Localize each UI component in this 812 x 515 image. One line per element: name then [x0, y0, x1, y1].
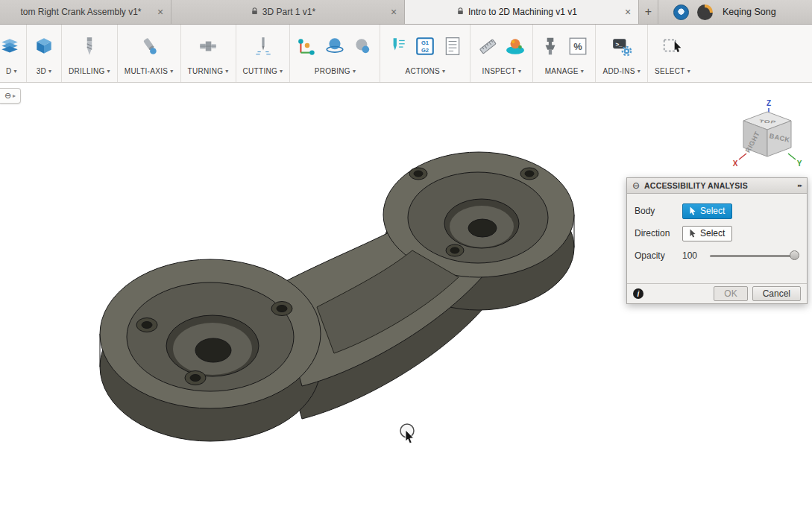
generate-toolpath-icon[interactable] [387, 36, 408, 57]
ok-button[interactable]: OK [714, 286, 747, 301]
turning-icon[interactable] [198, 36, 218, 57]
drilling-icon[interactable] [79, 36, 100, 57]
toolbar-group-manage[interactable]: % MANAGE▾ [533, 25, 596, 82]
setup-sheet-icon[interactable] [442, 36, 463, 57]
opacity-value[interactable]: 100 [682, 250, 710, 261]
group-label: 3D [37, 67, 46, 75]
toolbar-group-add-ins[interactable]: >_ ADD-INS▾ [596, 25, 648, 82]
chevron-down-icon: ▾ [225, 68, 228, 75]
collapse-icon: ⊖ [4, 91, 11, 101]
group-label: MULTI-AXIS [125, 67, 168, 75]
accessibility-analysis-dialog: ⊖ ACCESSIBILITY ANALYSIS ▸▸ Body Select … [626, 177, 808, 304]
axis-z-label: Z [767, 99, 771, 107]
toolbar-group-actions[interactable]: G1G2 ACTIONS▾ [380, 25, 470, 82]
group-label: MANAGE [545, 67, 579, 75]
axis-y-label: Y [797, 159, 802, 168]
accessibility-analysis-icon[interactable] [505, 36, 526, 57]
cancel-button[interactable]: Cancel [752, 286, 801, 301]
tab-right-crank-assembly[interactable]: tom Right Crank Assembly v1* × [0, 0, 171, 24]
svg-text:%: % [574, 41, 583, 52]
clock-icon[interactable] [697, 4, 713, 20]
body-select-button[interactable]: Select [682, 203, 732, 219]
cursor-icon [690, 206, 696, 215]
svg-text:G2: G2 [421, 47, 429, 54]
chevron-down-icon: ▾ [170, 68, 173, 75]
direction-select-button[interactable]: Select [682, 226, 732, 241]
multi-axis-icon[interactable] [139, 36, 160, 57]
close-icon[interactable]: × [388, 7, 399, 17]
dialog-body: Body Select Direction Select Opacity 100 [627, 194, 807, 283]
direction-label: Direction [635, 228, 682, 238]
toolbar-group-cutting[interactable]: CUTTING▾ [236, 25, 291, 82]
machining-time-icon[interactable]: % [567, 36, 588, 57]
chevron-down-icon: ▾ [280, 68, 283, 75]
toolbar-group-drilling[interactable]: DRILLING▾ [62, 25, 118, 82]
milling-2d-icon[interactable] [3, 36, 20, 57]
model-body[interactable] [100, 152, 574, 441]
dialog-footer: i OK Cancel [627, 283, 807, 303]
chevron-down-icon: ▾ [107, 68, 110, 75]
lock-icon [457, 7, 464, 17]
toolbar-group-inspect[interactable]: INSPECT▾ [470, 25, 533, 82]
tab-3d-part-1[interactable]: 3D Part 1 v1* × [171, 0, 405, 24]
body-row: Body Select [635, 200, 799, 222]
group-label: PROBING [315, 67, 350, 75]
select-icon[interactable] [662, 36, 683, 57]
group-label: CUTTING [243, 67, 278, 75]
group-label: DRILLING [69, 67, 105, 75]
info-icon[interactable]: i [633, 288, 643, 299]
svg-text:G1: G1 [421, 40, 429, 46]
scripts-add-ins-icon[interactable]: >_ [611, 36, 632, 57]
group-label: TURNING [188, 67, 224, 75]
tab-label: 3D Part 1 v1* [262, 7, 315, 17]
toolbar-group-3d[interactable]: 3D▾ [27, 25, 62, 82]
toolbar-group-select[interactable]: SELECT▾ [648, 25, 697, 82]
chevron-down-icon: ▾ [442, 68, 445, 75]
manufacture-toolbar: D▾ 3D▾ DRILLING▾ MULTI-AXIS▾ TURNING▾ CU… [0, 25, 812, 83]
tab-bar-right: Keqing Song [673, 0, 776, 24]
new-tab-button[interactable]: + [639, 0, 658, 24]
toolbar-group-turning[interactable]: TURNING▾ [181, 25, 236, 82]
toolbar-group-2d[interactable]: D▾ [0, 25, 27, 82]
tab-intro-to-2d-machining[interactable]: Intro to 2D Machining v1 v1 × [405, 0, 639, 24]
close-icon[interactable]: × [623, 7, 633, 17]
group-label: INSPECT [482, 67, 516, 75]
probe-geometry-icon[interactable] [324, 36, 345, 57]
chevron-down-icon: ▾ [353, 68, 356, 75]
status-circle-icon[interactable] [673, 4, 689, 20]
dialog-header[interactable]: ⊖ ACCESSIBILITY ANALYSIS ▸▸ [627, 178, 807, 194]
cutting-icon[interactable] [253, 36, 274, 57]
tool-library-icon[interactable] [540, 36, 561, 57]
browser-toggle-button[interactable]: ⊖ ▸ [0, 88, 21, 104]
probe-wcs-icon[interactable] [297, 36, 318, 57]
panel-collapse-icon[interactable]: ▸▸ [798, 183, 802, 189]
post-process-icon[interactable]: G1G2 [415, 36, 435, 57]
opacity-slider[interactable] [710, 250, 799, 261]
opacity-label: Opacity [635, 250, 682, 261]
group-label: D [6, 67, 12, 75]
chevron-down-icon: ▾ [581, 68, 584, 75]
tab-label: Intro to 2D Machining v1 v1 [468, 7, 577, 17]
chevron-down-icon: ▾ [687, 68, 690, 75]
chevron-down-icon: ▾ [518, 68, 521, 75]
panel-grip-icon[interactable]: ⊖ [632, 181, 640, 190]
slider-handle[interactable] [790, 250, 799, 260]
user-name[interactable]: Keqing Song [723, 7, 776, 17]
chevron-right-icon: ▸ [13, 92, 16, 99]
toolbar-group-probing[interactable]: PROBING▾ [290, 25, 380, 82]
toolbar-group-multi-axis[interactable]: MULTI-AXIS▾ [118, 25, 181, 82]
group-label: ADD-INS [602, 67, 635, 75]
group-label: ACTIONS [405, 67, 440, 75]
milling-3d-icon[interactable] [34, 36, 54, 57]
group-label: SELECT [655, 67, 685, 75]
inspect-surface-icon[interactable] [352, 36, 373, 57]
lock-icon [251, 7, 258, 17]
chevron-down-icon: ▾ [14, 68, 17, 75]
view-cube[interactable]: Z TOP RIGHT BACK X Y [730, 97, 805, 171]
cursor-icon [690, 229, 696, 238]
measure-icon[interactable] [477, 36, 498, 57]
slider-track[interactable] [710, 255, 798, 257]
close-icon[interactable]: × [155, 7, 166, 17]
tab-label: tom Right Crank Assembly v1* [20, 7, 141, 17]
axis-x-label: X [733, 159, 738, 168]
